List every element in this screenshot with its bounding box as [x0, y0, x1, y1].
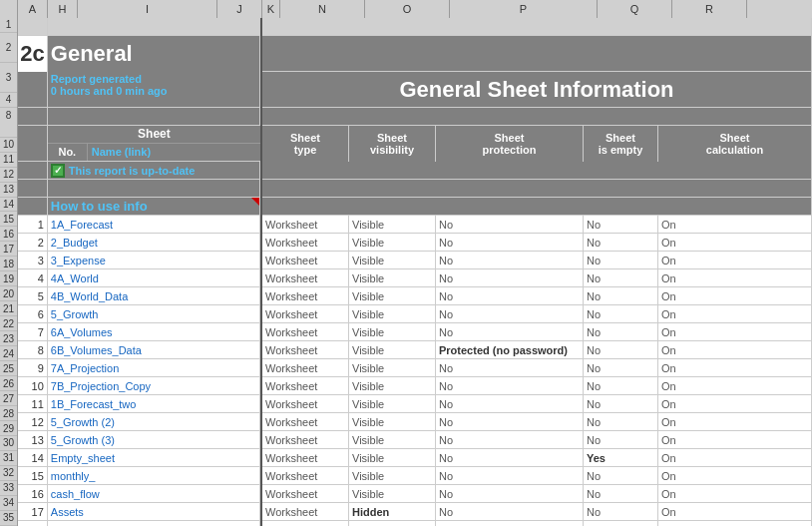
row-name-cell[interactable]: cash_flow: [48, 485, 260, 502]
row-number-cell: 9: [18, 359, 48, 376]
cell-sh-empty: [18, 126, 48, 161]
left-data-row: 86B_Volumes_Data: [18, 341, 260, 359]
hdr-type-text: Sheettype: [290, 132, 320, 156]
c12a: [18, 180, 48, 197]
data-cell: Protected (no password): [436, 341, 584, 358]
rn-24: 24: [0, 346, 17, 361]
left-data-row: 11A_Forecast: [18, 216, 260, 234]
left-data-row: 33_Expense: [18, 252, 260, 269]
right-data-row: WorksheetVisibleNoNoOn: [262, 323, 812, 341]
data-cell: No: [436, 449, 584, 466]
rn-15: 15: [0, 212, 17, 227]
data-cell: On: [658, 252, 812, 268]
right-data-row: WorksheetVisibleNoNoOn: [262, 467, 812, 485]
data-cell: On: [658, 359, 812, 376]
col-header-q: Q: [598, 0, 672, 18]
data-cell: Worksheet: [262, 252, 349, 268]
right-r13: [262, 198, 812, 216]
row-name-cell[interactable]: 3_Expense: [48, 252, 260, 268]
hdr-type: Sheettype: [262, 126, 349, 162]
row-name-cell[interactable]: 4A_World: [48, 269, 260, 286]
rn-28: 28: [0, 406, 17, 421]
data-cell: Worksheet: [262, 413, 349, 430]
col-header-h: H: [48, 0, 78, 18]
data-cell: Worksheet: [262, 467, 349, 484]
hdr-calc-text: Sheetcalculation: [706, 132, 763, 156]
row-name-cell[interactable]: 6B_Volumes_Data: [48, 341, 260, 358]
data-cell: On: [658, 395, 812, 412]
report-line2: 0 hours and 0 min ago: [51, 85, 168, 97]
data-cell: On: [658, 377, 812, 394]
data-cell: On: [658, 305, 812, 322]
rn-16: 16: [0, 227, 17, 242]
row-sheet-header: Sheet No. Name (link): [18, 126, 260, 162]
row-number-cell: 7: [18, 323, 48, 340]
row-name-cell[interactable]: monthly_: [48, 467, 260, 484]
right-data-row: WorksheetHiddenNoNoOn: [262, 503, 812, 521]
row-name-cell[interactable]: Assets: [48, 503, 260, 520]
column-header-bar: A H I J K N O P Q R: [0, 0, 812, 18]
data-cell: Visible: [349, 323, 436, 340]
data-cell: No: [436, 503, 584, 520]
data-cell: No: [584, 252, 658, 268]
col-no-label: No.: [48, 144, 88, 161]
right-data-row: WorksheetVisibleNoNoOn: [262, 431, 812, 449]
row-name-cell[interactable]: graph: [48, 521, 260, 526]
right-data-row: WorksheetVisibleNoNoOn: [262, 395, 812, 413]
row-empty-4: [18, 108, 260, 126]
rn-4: 4: [0, 93, 17, 108]
right-title-row: General Sheet Information: [262, 72, 812, 108]
row-name-cell[interactable]: 7B_Projection_Copy: [48, 377, 260, 394]
row-name-cell[interactable]: 5_Growth: [48, 305, 260, 322]
data-cell: Worksheet: [262, 485, 349, 502]
data-cell: No: [436, 359, 584, 376]
rows-area: 1 2 3 4 8 10 11 12 13 14 15 16 17 18 19 …: [0, 18, 812, 526]
data-cell: On: [658, 431, 812, 448]
left-data-row: 125_Growth (2): [18, 413, 260, 431]
rn-13: 13: [0, 183, 17, 198]
cell-empty-report: [18, 72, 48, 107]
row-name-cell[interactable]: 7A_Projection: [48, 359, 260, 376]
right-data-row: WorksheetVisibleNoNoOn: [262, 377, 812, 395]
cell-uptodate-empty: [18, 162, 48, 179]
data-cell: No: [584, 431, 658, 448]
col-header-n: N: [280, 0, 365, 18]
data-cell: Worksheet: [262, 377, 349, 394]
left-data-row: 65_Growth: [18, 305, 260, 323]
col-header-k: K: [262, 0, 280, 18]
data-cell: Visible: [349, 287, 436, 304]
data-cell: Worksheet: [262, 269, 349, 286]
data-cell: No: [584, 216, 658, 233]
row-name-cell[interactable]: 5_Growth (3): [48, 431, 260, 448]
right-data-row: WorksheetVisibleNoNoOn: [262, 485, 812, 503]
data-cell: Worksheet: [262, 395, 349, 412]
data-cell: On: [658, 503, 812, 520]
row-name-cell[interactable]: 6A_Volumes: [48, 323, 260, 340]
row-name-cell[interactable]: 4B_World_Data: [48, 287, 260, 304]
data-cell: Worksheet: [262, 305, 349, 322]
data-cell: No: [584, 413, 658, 430]
right-data-row: WorksheetVisibleNoNoOn: [262, 269, 812, 287]
right-r11: [262, 162, 812, 180]
row-name-cell[interactable]: 1B_Forecast_two: [48, 395, 260, 412]
cell-h1: [48, 18, 260, 35]
right-data-row: WorksheetVisibleNoNoOn: [262, 413, 812, 431]
row-2: 2c General: [18, 36, 260, 72]
data-cell: No: [436, 269, 584, 286]
rn-26: 26: [0, 376, 17, 391]
data-cell: No: [584, 467, 658, 484]
data-cell: Worksheet: [262, 431, 349, 448]
left-data-row: 111B_Forecast_two: [18, 395, 260, 413]
row-name-cell[interactable]: 1A_Forecast: [48, 216, 260, 233]
data-cell: Worksheet: [262, 521, 349, 526]
data-cell: No: [436, 323, 584, 340]
rn-2: 2: [0, 33, 17, 63]
data-cell: No: [584, 305, 658, 322]
row-number-cell: 3: [18, 252, 48, 268]
data-cell: Visible: [349, 341, 436, 358]
row-name-cell[interactable]: Empty_sheet: [48, 449, 260, 466]
data-cell: No: [436, 216, 584, 233]
row-name-cell[interactable]: 5_Growth (2): [48, 413, 260, 430]
uptodate-text: This report is up-to-date: [69, 165, 196, 177]
row-name-cell[interactable]: 2_Budget: [48, 234, 260, 251]
